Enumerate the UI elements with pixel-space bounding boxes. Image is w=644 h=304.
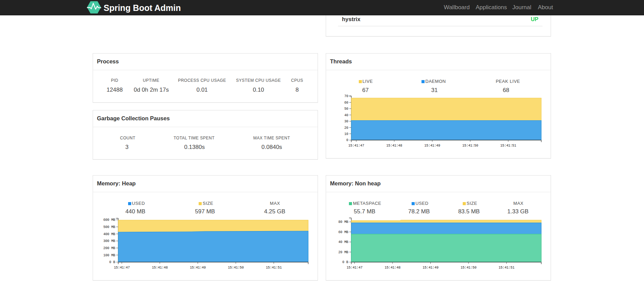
svg-text:15:41:48: 15:41:48 [152, 266, 168, 270]
svg-text:15:41:50: 15:41:50 [462, 144, 478, 148]
svg-text:15:41:49: 15:41:49 [423, 266, 439, 270]
svg-text:15:41:48: 15:41:48 [386, 144, 402, 148]
svg-text:40 MB: 40 MB [338, 240, 348, 244]
svg-text:15:41:50: 15:41:50 [460, 266, 476, 270]
svg-text:15:41:51: 15:41:51 [266, 266, 282, 270]
svg-text:70: 70 [344, 94, 348, 98]
svg-text:15:41:47: 15:41:47 [348, 144, 364, 148]
svg-text:60 MB: 60 MB [338, 230, 348, 234]
svg-text:40: 40 [344, 113, 348, 117]
svg-text:600 MB: 600 MB [103, 218, 115, 222]
svg-text:100 MB: 100 MB [103, 254, 115, 257]
svg-text:15:41:51: 15:41:51 [500, 144, 516, 148]
svg-text:10: 10 [344, 132, 348, 136]
svg-text:15:41:49: 15:41:49 [190, 266, 206, 270]
svg-text:200 MB: 200 MB [103, 246, 115, 250]
svg-text:0 B: 0 B [342, 260, 348, 264]
svg-text:300 MB: 300 MB [103, 239, 115, 243]
svg-text:15:41:50: 15:41:50 [228, 266, 244, 270]
svg-text:400 MB: 400 MB [103, 232, 115, 236]
svg-text:20: 20 [344, 126, 348, 130]
svg-text:15:41:47: 15:41:47 [114, 266, 130, 270]
svg-text:30: 30 [344, 120, 348, 123]
svg-text:15:41:51: 15:41:51 [499, 266, 515, 270]
svg-text:0 B: 0 B [109, 260, 115, 264]
svg-text:500 MB: 500 MB [103, 225, 115, 229]
svg-text:0: 0 [346, 138, 348, 142]
svg-text:15:41:48: 15:41:48 [384, 266, 400, 270]
svg-text:20 MB: 20 MB [338, 250, 348, 254]
svg-text:80 MB: 80 MB [338, 220, 348, 224]
svg-text:15:41:49: 15:41:49 [424, 144, 440, 148]
svg-text:60: 60 [344, 101, 348, 105]
svg-text:15:41:47: 15:41:47 [347, 266, 363, 270]
svg-text:50: 50 [344, 107, 348, 111]
